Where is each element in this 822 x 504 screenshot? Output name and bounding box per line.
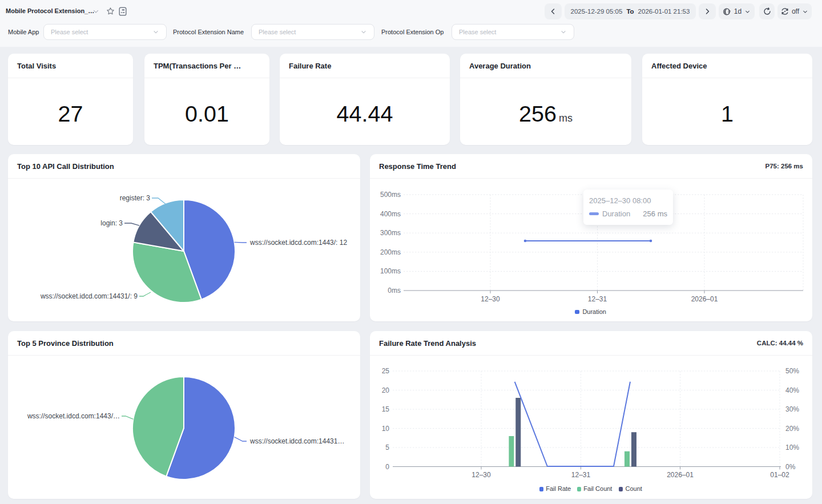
svg-text:wss://socket.idcd.com:1443/…: wss://socket.idcd.com:1443/… (27, 412, 120, 420)
svg-text:10%: 10% (785, 443, 799, 451)
svg-text:40%: 40% (785, 386, 799, 394)
svg-text:01–02: 01–02 (770, 471, 789, 479)
svg-text:500ms: 500ms (380, 191, 401, 199)
svg-text:30%: 30% (785, 405, 799, 413)
svg-text:2026–01: 2026–01 (691, 295, 718, 303)
svg-text:register: 3: register: 3 (120, 194, 151, 202)
svg-text:12–30: 12–30 (481, 295, 500, 303)
svg-text:0ms: 0ms (388, 287, 401, 295)
svg-text:25: 25 (382, 367, 390, 375)
svg-text:400ms: 400ms (380, 210, 401, 218)
svg-text:100ms: 100ms (380, 267, 401, 275)
svg-text:5: 5 (385, 443, 389, 451)
svg-text:12–30: 12–30 (472, 471, 491, 479)
svg-text:wss://socket.idcd.com:14431/:: wss://socket.idcd.com:14431/: 9 (40, 292, 138, 300)
svg-text:0%: 0% (785, 463, 796, 471)
svg-text:200ms: 200ms (380, 248, 401, 256)
svg-text:wss://socket.idcd.com:1443/: 1: wss://socket.idcd.com:1443/: 12 (249, 239, 347, 247)
svg-text:10: 10 (382, 425, 390, 433)
svg-text:50%: 50% (785, 367, 799, 375)
svg-text:login: 3: login: 3 (100, 219, 123, 227)
svg-text:15: 15 (382, 405, 390, 413)
svg-text:300ms: 300ms (380, 229, 401, 237)
svg-text:20: 20 (382, 386, 390, 394)
svg-text:20%: 20% (785, 425, 799, 433)
svg-text:wss://socket.idcd.com:14431…: wss://socket.idcd.com:14431… (249, 437, 344, 445)
svg-text:12–31: 12–31 (588, 295, 607, 303)
svg-text:2026–01: 2026–01 (667, 471, 694, 479)
svg-text:12–31: 12–31 (571, 471, 591, 479)
svg-text:0: 0 (385, 463, 389, 471)
